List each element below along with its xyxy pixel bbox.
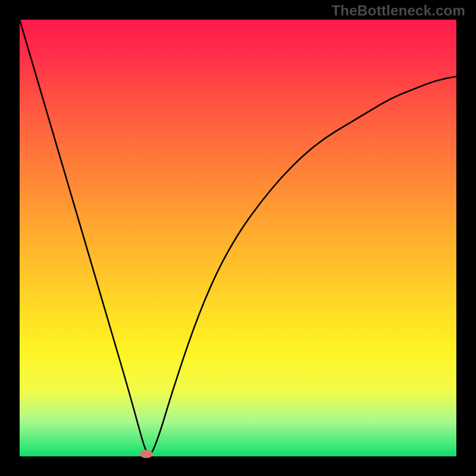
curve-path <box>20 20 456 455</box>
chart-frame: TheBottleneck.com <box>0 0 476 476</box>
bottleneck-curve <box>20 20 456 456</box>
watermark-text: TheBottleneck.com <box>331 2 465 19</box>
optimum-marker <box>140 450 153 458</box>
